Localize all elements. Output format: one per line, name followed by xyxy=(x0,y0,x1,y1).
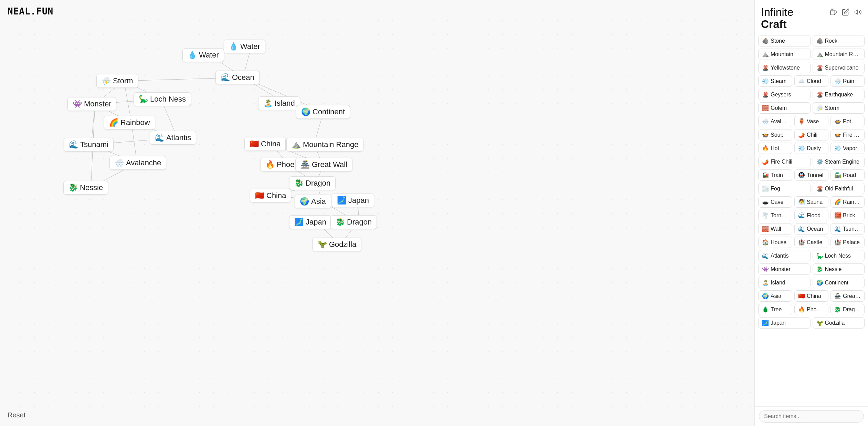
sidebar-item-tree[interactable]: 🌲Tree xyxy=(758,304,792,315)
node-nessie[interactable]: 🐉Nessie xyxy=(63,181,108,195)
search-input[interactable] xyxy=(759,410,864,423)
chip-label: Fire Soup xyxy=(843,132,861,138)
sidebar-item-palace[interactable]: 🏰Palace xyxy=(830,237,865,248)
node-avalanche[interactable]: 🌨️Avalanche xyxy=(109,156,166,170)
node-ocean[interactable]: 🌊Ocean xyxy=(215,71,260,84)
node-japan1[interactable]: 🗾Japan xyxy=(332,194,374,207)
node-label: Water xyxy=(240,42,260,51)
chip-label: Earthquake xyxy=(825,92,853,98)
edit-icon[interactable] xyxy=(842,8,849,16)
sidebar-item-castle[interactable]: 🏰Castle xyxy=(794,237,828,248)
reset-button[interactable]: Reset xyxy=(8,411,25,419)
node-label: Japan xyxy=(348,196,369,205)
sidebar-item-road[interactable]: 🛣️Road xyxy=(830,169,865,181)
sidebar-item-old-faithful[interactable]: 🌋Old Faithful xyxy=(813,183,865,194)
node-china1[interactable]: 🇨🇳China xyxy=(244,137,286,151)
coffee-icon[interactable] xyxy=(829,8,837,16)
sidebar-item-storm[interactable]: ⛈️Storm xyxy=(813,102,865,114)
node-china2[interactable]: 🇨🇳China xyxy=(250,189,291,202)
sidebar-item-house[interactable]: 🏠House xyxy=(758,237,792,248)
node-dragon1[interactable]: 🐉Dragon xyxy=(289,176,336,190)
node-dragon2[interactable]: 🐉Dragon xyxy=(330,215,377,229)
sidebar-item-nessie[interactable]: 🐉Nessie xyxy=(813,263,865,275)
sidebar-item-stone[interactable]: 🪨Stone xyxy=(758,35,811,46)
sidebar-item-asia[interactable]: 🌍Asia xyxy=(758,290,792,302)
sidebar-item-phoenix[interactable]: 🔥Phoenix xyxy=(794,304,828,315)
node-emoji: 🗾 xyxy=(337,196,346,205)
sidebar-item-monster[interactable]: 👾Monster xyxy=(758,263,811,275)
chip-emoji: 🌊 xyxy=(762,252,769,259)
sidebar-item-ocean[interactable]: 🌊Ocean xyxy=(794,223,828,235)
node-monster[interactable]: 👾Monster xyxy=(67,97,116,111)
sidebar-item-rainbow[interactable]: 🌈Rainbow xyxy=(830,196,865,208)
sidebar-item-chili[interactable]: 🌶️Chili xyxy=(794,129,828,141)
node-atlantis[interactable]: 🌊Atlantis xyxy=(150,131,196,145)
sidebar-item-mountain[interactable]: ⛰️Mountain xyxy=(758,49,811,60)
sidebar-item-cave[interactable]: 🕳️Cave xyxy=(758,196,792,208)
node-asia[interactable]: 🌍Asia xyxy=(295,195,331,208)
sidebar-item-fire-soup[interactable]: 🍲Fire Soup xyxy=(830,129,865,141)
node-water1[interactable]: 💧Water xyxy=(182,48,224,62)
sidebar-item-mountain-range[interactable]: ⛰️Mountain Range xyxy=(813,49,865,60)
sidebar-item-train[interactable]: 🚂Train xyxy=(758,169,792,181)
sidebar-item-steam[interactable]: 💨Steam xyxy=(758,75,792,87)
sidebar-item-vase[interactable]: 🏺Vase xyxy=(794,116,828,127)
sidebar-item-great-wall[interactable]: 🏯Great Wall xyxy=(830,290,865,302)
sidebar-item-fog[interactable]: 🌫️Fog xyxy=(758,183,811,194)
sidebar-item-cloud[interactable]: ☁️Cloud xyxy=(794,75,828,87)
sidebar-item-earthquake[interactable]: 🌋Earthquake xyxy=(813,89,865,100)
sidebar-row: 🌍Asia🇨🇳China🏯Great Wall xyxy=(758,290,865,302)
chip-emoji: 🧱 xyxy=(762,105,769,111)
node-emoji: 🌈 xyxy=(109,118,118,127)
node-continent[interactable]: 🌍Continent xyxy=(296,105,350,119)
sidebar-item-steam-engine[interactable]: ⚙️Steam Engine xyxy=(813,156,865,167)
sidebar-item-island[interactable]: 🏝️Island xyxy=(758,277,811,288)
chip-label: China xyxy=(807,293,821,299)
node-mountain[interactable]: ⛰️Mountain Range xyxy=(286,138,363,152)
sidebar-item-fire-chili[interactable]: 🌶️Fire Chili xyxy=(758,156,811,167)
chip-label: Golem xyxy=(771,105,787,111)
sidebar-item-godzilla[interactable]: 🦖Godzilla xyxy=(813,317,865,329)
node-water2[interactable]: 💧Water xyxy=(224,40,265,53)
node-japan2[interactable]: 🗾Japan xyxy=(289,215,331,229)
sidebar-item-rock[interactable]: 🪨Rock xyxy=(813,35,865,46)
node-godzilla[interactable]: 🦖Godzilla xyxy=(313,238,361,251)
sidebar-item-flood[interactable]: 🌊Flood xyxy=(794,210,828,221)
sidebar-item-dusty[interactable]: 💨Dusty xyxy=(794,143,828,154)
node-lochness[interactable]: 🦕Loch Ness xyxy=(134,92,191,106)
sidebar-item-supervolcano[interactable]: 🌋Supervolcano xyxy=(813,62,865,73)
node-emoji: 💧 xyxy=(229,42,238,51)
sidebar-item-avalanche[interactable]: 🌨️Avalanche xyxy=(758,116,792,127)
sidebar-item-dragon[interactable]: 🐉Dragon xyxy=(830,304,865,315)
node-tsunami[interactable]: 🌊Tsunami xyxy=(64,138,114,152)
chip-label: Road xyxy=(843,172,856,178)
sidebar-item-wall[interactable]: 🧱Wall xyxy=(758,223,792,235)
sidebar-item-brick[interactable]: 🧱Brick xyxy=(830,210,865,221)
node-rainbow[interactable]: 🌈Rainbow xyxy=(104,116,155,129)
sidebar-item-hot[interactable]: 🔥Hot xyxy=(758,143,792,154)
sidebar-item-geysers[interactable]: 🌋Geysers xyxy=(758,89,811,100)
sidebar-item-atlantis[interactable]: 🌊Atlantis xyxy=(758,250,811,261)
node-greatwall[interactable]: 🏯Great Wall xyxy=(295,158,352,172)
sidebar-item-sauna[interactable]: 🧖Sauna xyxy=(794,196,828,208)
sidebar-item-continent[interactable]: 🌍Continent xyxy=(813,277,865,288)
sidebar-item-yellowstone[interactable]: 🌋Yellowstone xyxy=(758,62,811,73)
sidebar-item-soup[interactable]: 🍲Soup xyxy=(758,129,792,141)
sidebar-item-pot[interactable]: 🍲Pot xyxy=(830,116,865,127)
sidebar-item-tunnel[interactable]: 🚇Tunnel xyxy=(794,169,828,181)
sidebar-item-japan[interactable]: 🗾Japan xyxy=(758,317,811,329)
sidebar-item-rain[interactable]: 🌧️Rain xyxy=(830,75,865,87)
sidebar-item-tornado[interactable]: 🌪️Tornado xyxy=(758,210,792,221)
sidebar-item-tsunami[interactable]: 🌊Tsunami xyxy=(830,223,865,235)
node-storm[interactable]: ⛈️Storm xyxy=(96,74,138,88)
sidebar-item-golem[interactable]: 🧱Golem xyxy=(758,102,811,114)
node-emoji: 🔥 xyxy=(265,160,275,169)
sidebar-row: 🌲Tree🔥Phoenix🐉Dragon xyxy=(758,304,865,315)
node-island[interactable]: 🏝️Island xyxy=(258,96,300,110)
sidebar-item-loch-ness[interactable]: 🦕Loch Ness xyxy=(813,250,865,261)
sidebar-item-vapor[interactable]: 💨Vapor xyxy=(830,143,865,154)
chip-label: Yellowstone xyxy=(771,65,800,71)
panel-title-line1: Infinite xyxy=(761,6,793,18)
sidebar-item-china[interactable]: 🇨🇳China xyxy=(794,290,828,302)
volume-icon[interactable] xyxy=(854,8,862,16)
